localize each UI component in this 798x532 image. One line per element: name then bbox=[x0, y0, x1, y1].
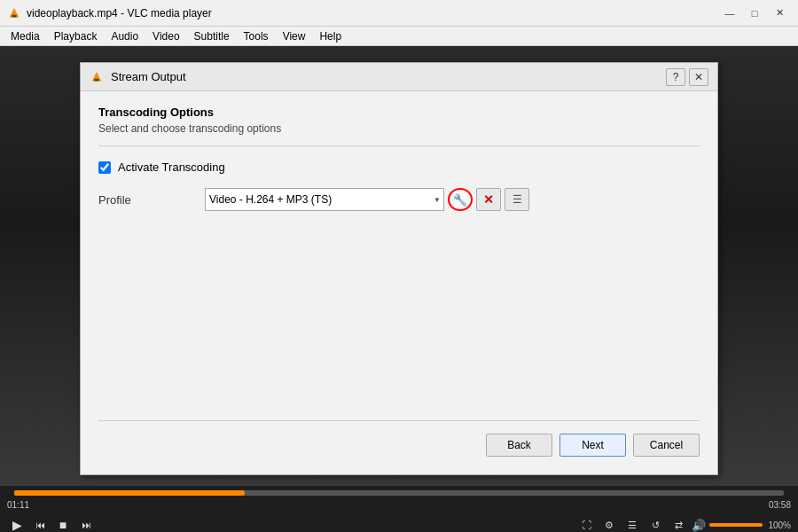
list-icon: ☰ bbox=[512, 193, 522, 206]
svg-rect-3 bbox=[94, 78, 98, 81]
activate-transcoding-checkbox[interactable] bbox=[98, 161, 111, 174]
menu-playback[interactable]: Playback bbox=[47, 28, 105, 44]
profile-row: Profile Video - H.264 + MP3 (TS) Audio -… bbox=[98, 188, 700, 211]
progress-bar[interactable] bbox=[14, 490, 784, 496]
menu-media[interactable]: Media bbox=[4, 28, 47, 44]
back-button[interactable]: Back bbox=[486, 434, 552, 457]
time-elapsed: 01:11 bbox=[7, 500, 29, 510]
fullscreen-button[interactable]: ⛶ bbox=[576, 515, 596, 532]
menu-video[interactable]: Video bbox=[145, 28, 186, 44]
play-button[interactable]: ▶ bbox=[7, 515, 27, 532]
maximize-button[interactable]: □ bbox=[743, 4, 766, 22]
profile-select-container: Video - H.264 + MP3 (TS) Audio - MP3 Vid… bbox=[205, 188, 444, 211]
activate-transcoding-row: Activate Transcoding bbox=[98, 160, 700, 174]
wrench-icon: 🔧 bbox=[453, 193, 467, 207]
window-title: videoplayback.mp4 - VLC media player bbox=[27, 7, 718, 20]
dialog-overlay: Stream Output ? ✕ Transcoding Options Se… bbox=[0, 46, 798, 486]
time-total: 03:58 bbox=[769, 500, 791, 510]
volume-bar[interactable] bbox=[709, 523, 763, 527]
section-title: Transcoding Options bbox=[98, 106, 700, 119]
stop-button[interactable]: ■ bbox=[53, 515, 73, 532]
dialog-icon bbox=[90, 70, 104, 84]
profile-select-wrap: Video - H.264 + MP3 (TS) Audio - MP3 Vid… bbox=[205, 188, 529, 211]
next-button[interactable]: Next bbox=[559, 434, 626, 457]
menu-subtitle[interactable]: Subtitle bbox=[187, 28, 237, 44]
section-subtitle: Select and choose transcoding options bbox=[98, 122, 700, 135]
menu-audio[interactable]: Audio bbox=[104, 28, 145, 44]
dialog-help-button[interactable]: ? bbox=[666, 68, 685, 86]
top-separator bbox=[98, 145, 700, 146]
volume-label: 100% bbox=[768, 520, 791, 530]
player-bar: 01:11 03:58 ▶ ⏮ ■ ⏭ ⛶ ⚙ ☰ ↺ ⇄ 🔊 100% bbox=[0, 486, 798, 532]
title-bar: videoplayback.mp4 - VLC media player — □… bbox=[0, 0, 798, 27]
app-icon bbox=[7, 6, 21, 20]
extended-settings-button[interactable]: ⚙ bbox=[599, 515, 619, 532]
skip-back-button[interactable]: ⏮ bbox=[30, 515, 50, 532]
delete-profile-button[interactable]: ✕ bbox=[476, 188, 501, 211]
profile-select[interactable]: Video - H.264 + MP3 (TS) Audio - MP3 Vid… bbox=[205, 188, 444, 211]
menu-bar: Media Playback Audio Video Subtitle Tool… bbox=[0, 27, 798, 46]
profile-label: Profile bbox=[98, 193, 205, 207]
menu-view[interactable]: View bbox=[276, 28, 313, 44]
playlist-button[interactable]: ☰ bbox=[622, 515, 642, 532]
activate-transcoding-label: Activate Transcoding bbox=[118, 160, 225, 174]
minimize-button[interactable]: — bbox=[718, 4, 741, 22]
stream-output-dialog: Stream Output ? ✕ Transcoding Options Se… bbox=[80, 62, 718, 475]
svg-rect-1 bbox=[12, 14, 16, 17]
controls-row: ▶ ⏮ ■ ⏭ ⛶ ⚙ ☰ ↺ ⇄ 🔊 100% bbox=[0, 512, 798, 532]
cancel-button[interactable]: Cancel bbox=[633, 434, 700, 457]
action-buttons: Back Next Cancel bbox=[98, 434, 700, 460]
dialog-content: Transcoding Options Select and choose tr… bbox=[81, 91, 717, 474]
loop-button[interactable]: ↺ bbox=[645, 515, 665, 532]
skip-forward-button[interactable]: ⏭ bbox=[76, 515, 96, 532]
progress-fill bbox=[14, 490, 245, 496]
bottom-separator bbox=[98, 420, 700, 421]
edit-profile-button[interactable]: 🔧 bbox=[448, 188, 473, 211]
close-window-button[interactable]: ✕ bbox=[768, 4, 791, 22]
dialog-title-bar: Stream Output ? ✕ bbox=[81, 63, 717, 91]
volume-fill bbox=[709, 523, 763, 527]
shuffle-button[interactable]: ⇄ bbox=[669, 515, 688, 532]
volume-wrap: 🔊 100% bbox=[692, 519, 791, 532]
menu-help[interactable]: Help bbox=[312, 28, 348, 44]
dialog-title: Stream Output bbox=[111, 70, 666, 83]
delete-icon: ✕ bbox=[483, 192, 494, 207]
volume-icon: 🔊 bbox=[692, 519, 706, 532]
window-controls: — □ ✕ bbox=[718, 4, 791, 22]
dialog-controls: ? ✕ bbox=[666, 68, 708, 86]
menu-tools[interactable]: Tools bbox=[237, 28, 276, 44]
dialog-close-button[interactable]: ✕ bbox=[689, 68, 708, 86]
empty-content-area bbox=[98, 225, 700, 420]
new-profile-button[interactable]: ☰ bbox=[505, 188, 529, 211]
